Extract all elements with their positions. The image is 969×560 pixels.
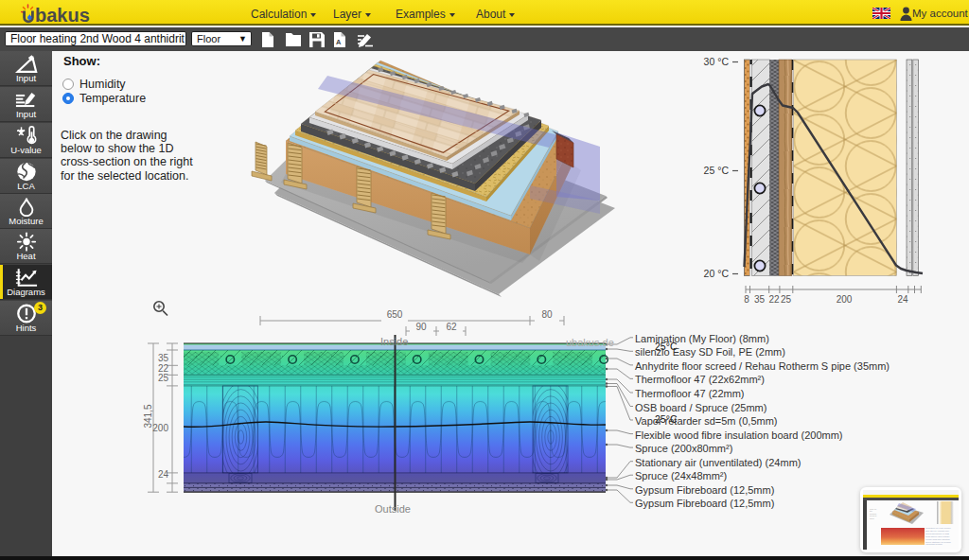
svg-text:22: 22 — [768, 294, 780, 305]
svg-text:25 °C: 25 °C — [704, 165, 730, 176]
svg-text:341,5: 341,5 — [143, 404, 153, 428]
svg-text:62: 62 — [446, 322, 457, 332]
svg-text:20 °C: 20 °C — [704, 268, 730, 279]
svg-text:35: 35 — [754, 294, 766, 305]
svg-text:80: 80 — [541, 309, 553, 320]
svg-text:8: 8 — [744, 294, 749, 305]
svg-text:25: 25 — [158, 373, 169, 383]
svg-text:24: 24 — [158, 469, 169, 480]
svg-text:200: 200 — [837, 294, 853, 305]
svg-text:25: 25 — [781, 294, 792, 305]
svg-text:22: 22 — [158, 363, 169, 374]
svg-text:650: 650 — [387, 309, 403, 320]
svg-text:24: 24 — [897, 294, 908, 305]
svg-text:30 °C: 30 °C — [704, 56, 730, 67]
svg-text:90: 90 — [415, 322, 427, 332]
svg-text:35: 35 — [158, 353, 169, 363]
svg-text:200: 200 — [152, 423, 168, 433]
